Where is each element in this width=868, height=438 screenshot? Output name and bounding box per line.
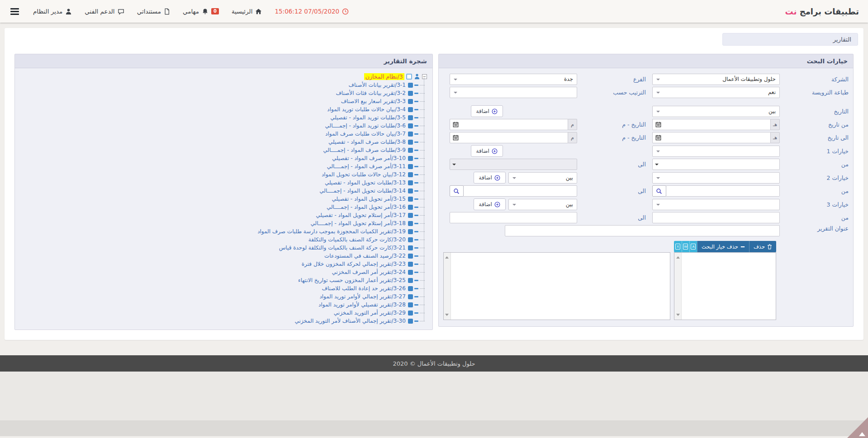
company-select[interactable]: حلول وتطبيقات الأعمال bbox=[652, 74, 780, 85]
tree-item-label[interactable]: 3-24/تقرير أمر الصرف المخزني bbox=[332, 269, 406, 275]
nav-item-tasks[interactable]: 0 مهامي bbox=[183, 8, 219, 15]
tree-item-label[interactable]: 3-3/تقرير اسعار بيع الاصناف bbox=[341, 98, 406, 104]
tree-item-label[interactable]: 3-13/طلبات تحويل المواد - تفصيلي bbox=[325, 179, 406, 186]
tree-item-label[interactable]: 3-11/أمر صرف المواد - إجمــــالي bbox=[327, 163, 405, 170]
root-checkbox[interactable] bbox=[406, 74, 412, 80]
tree-dash-icon[interactable] bbox=[414, 207, 418, 208]
arrow-up-icon[interactable] bbox=[445, 254, 449, 259]
results-list[interactable] bbox=[443, 252, 670, 320]
tree-item-label[interactable]: 3-18/أمر إستلام تحويل المواد - إجمــــال… bbox=[311, 220, 406, 226]
tree-dash-icon[interactable] bbox=[414, 255, 418, 257]
tree-item-label[interactable]: 3-29/تقرير أمر التوريد المخزني bbox=[334, 310, 406, 316]
nav-item-home[interactable]: الرئيسية bbox=[232, 8, 262, 15]
tree-item-label[interactable]: 3-30/تقرير إجمالي الأصناف لأمر التوريد ا… bbox=[295, 318, 406, 324]
tree-dash-icon[interactable] bbox=[414, 85, 418, 86]
saved-search-options-list[interactable] bbox=[674, 252, 776, 320]
excel-file-icon[interactable]: X bbox=[674, 241, 682, 252]
arrow-down-icon[interactable] bbox=[676, 314, 680, 318]
tree-item-label[interactable]: 3-10/أمر صرف المواد - تفصيلي bbox=[332, 155, 406, 161]
nav-item-support[interactable]: الدعم الفني bbox=[85, 8, 124, 15]
search-button[interactable] bbox=[450, 185, 464, 197]
from-date-greg-input[interactable] bbox=[450, 119, 568, 130]
tree-item-label[interactable]: 3-26/تقرير حد إعادة الطلب للاصناف bbox=[322, 285, 405, 292]
arrow-up-icon[interactable] bbox=[676, 254, 680, 259]
tree-item-label[interactable]: 3-17/أمر إستلام تحويل المواد - تفصيلي bbox=[316, 212, 406, 218]
options3-from-input[interactable] bbox=[652, 212, 780, 223]
tree-dash-icon[interactable] bbox=[414, 304, 418, 306]
tree-root-label[interactable]: 3/نظام المخازن bbox=[364, 73, 404, 80]
collapse-icon[interactable]: − bbox=[422, 74, 427, 79]
nav-item-admin[interactable]: مدير النظام bbox=[33, 8, 72, 15]
tree-dash-icon[interactable] bbox=[414, 166, 418, 167]
options1-to-select[interactable] bbox=[450, 159, 577, 170]
tree-dash-icon[interactable] bbox=[414, 272, 418, 273]
tree-dash-icon[interactable] bbox=[414, 280, 418, 281]
tree-dash-icon[interactable] bbox=[414, 133, 418, 135]
tree-dash-icon[interactable] bbox=[414, 215, 418, 216]
tree-item-label[interactable]: 3-23/تقرير إجمالي لحركة المخزون خلال فتر… bbox=[302, 261, 406, 267]
tree-item-label[interactable]: 3-7/بيان حالات طلبات صرف المواد bbox=[325, 131, 406, 137]
tree-item-label[interactable]: 3-15/أمر تحويل المواد - تفصيلي bbox=[332, 196, 406, 202]
tree-dash-icon[interactable] bbox=[414, 198, 418, 200]
tree-dash-icon[interactable] bbox=[414, 190, 418, 192]
report-title-input[interactable] bbox=[505, 225, 780, 236]
tree-dash-icon[interactable] bbox=[414, 231, 418, 232]
options2-operator-select[interactable]: بين bbox=[508, 172, 577, 184]
arrow-up-icon[interactable] bbox=[859, 432, 865, 436]
date-operator-select[interactable]: بين bbox=[652, 106, 780, 117]
options3-operator-select[interactable]: بين bbox=[508, 199, 577, 210]
print-header-select[interactable]: نعم bbox=[652, 87, 780, 98]
pdf-file-icon[interactable]: A bbox=[689, 241, 697, 252]
tree-item-label[interactable]: 3-12/بيان حالات طلبات تحويل المواد bbox=[322, 171, 406, 178]
add-options1-button[interactable]: اضافة bbox=[471, 145, 503, 157]
to-date-greg-input[interactable] bbox=[450, 132, 568, 143]
tree-dash-icon[interactable] bbox=[414, 109, 418, 110]
tree-item-label[interactable]: 3-6/طلبات توريد المواد - إجمــــالي bbox=[325, 122, 406, 129]
options2-select[interactable] bbox=[652, 172, 780, 184]
tree-dash-icon[interactable] bbox=[414, 223, 418, 224]
tree-item-label[interactable]: 3-27/تقرير إجمالي لأوامر توريد المواد bbox=[319, 293, 405, 300]
search-button[interactable] bbox=[652, 185, 666, 197]
tree-item-label[interactable]: 3-2/تقرير بيانات فئات الأصناف bbox=[336, 90, 405, 96]
delete-button[interactable]: حذف bbox=[749, 241, 776, 252]
tree-dash-icon[interactable] bbox=[414, 141, 418, 143]
tree-item-label[interactable]: 3-25/تقرير أعمار المخزون حسب تواريخ الان… bbox=[298, 277, 406, 283]
tree-item-label[interactable]: 3-20/كارت حركة الصنف بالكميات والتكلفة bbox=[308, 236, 406, 243]
tree-dash-icon[interactable] bbox=[414, 101, 418, 102]
delete-search-option-button[interactable]: حذف خيار البحث bbox=[697, 241, 749, 252]
tree-item-label[interactable]: 3-8/طلبات صرف المواد - تفصيلي bbox=[328, 139, 406, 145]
tree-item-label[interactable]: 3-4/بيان حالات طلبات توريد المواد bbox=[327, 106, 405, 113]
tree-dash-icon[interactable] bbox=[414, 150, 418, 151]
options3-to-input[interactable] bbox=[450, 212, 577, 223]
tree-dash-icon[interactable] bbox=[414, 182, 418, 184]
tree-item-label[interactable]: 3-1/تقرير بيانات الأصناف bbox=[349, 82, 406, 88]
scrollbar[interactable] bbox=[444, 253, 451, 320]
tree-item-label[interactable]: 3-22/رصيد الصنف في المستودعات bbox=[324, 253, 406, 259]
tree-item-label[interactable]: 3-19/تقرير الكميات المحجوزة بموجب دارسة … bbox=[257, 228, 406, 235]
tree-dash-icon[interactable] bbox=[414, 239, 418, 240]
tree-item-label[interactable]: 3-21/كارت حركة الصنف بالكميات والتكلفة ل… bbox=[279, 245, 406, 251]
tree-item-label[interactable]: 3-9/طلبات صرف المواد - إجمــــالي bbox=[323, 147, 405, 153]
tree-item-label[interactable]: 3-5/طلبات توريد المواد - تفصيلي bbox=[330, 114, 406, 121]
tree-item-label[interactable]: 3-16/أمر تحويل المواد - إجمــــالي bbox=[327, 204, 406, 210]
tree-dash-icon[interactable] bbox=[414, 117, 418, 118]
from-date-hijri-input[interactable] bbox=[652, 119, 770, 130]
tree-dash-icon[interactable] bbox=[414, 158, 418, 159]
tree-dash-icon[interactable] bbox=[414, 288, 418, 289]
add-date-button[interactable]: اضافة bbox=[471, 105, 503, 117]
tree-dash-icon[interactable] bbox=[414, 264, 418, 265]
options3-select[interactable] bbox=[652, 199, 780, 210]
tree-dash-icon[interactable] bbox=[414, 93, 418, 94]
tree-dash-icon[interactable] bbox=[414, 320, 418, 322]
add-options3-button[interactable]: اضافة bbox=[474, 198, 506, 210]
tree-dash-icon[interactable] bbox=[414, 125, 418, 127]
order-by-select[interactable] bbox=[450, 87, 577, 98]
tree-item-label[interactable]: 3-14/طلبات تحويل المواد - إجمــــالي bbox=[319, 188, 406, 194]
arrow-down-icon[interactable] bbox=[445, 314, 449, 318]
options1-select[interactable] bbox=[652, 146, 780, 157]
nav-item-documents[interactable]: مستنداتي bbox=[137, 8, 170, 15]
tree-dash-icon[interactable] bbox=[414, 312, 418, 314]
options2-from-input[interactable] bbox=[666, 185, 780, 197]
word-file-icon[interactable]: W bbox=[682, 241, 689, 252]
branch-select[interactable]: جدة bbox=[450, 74, 577, 85]
